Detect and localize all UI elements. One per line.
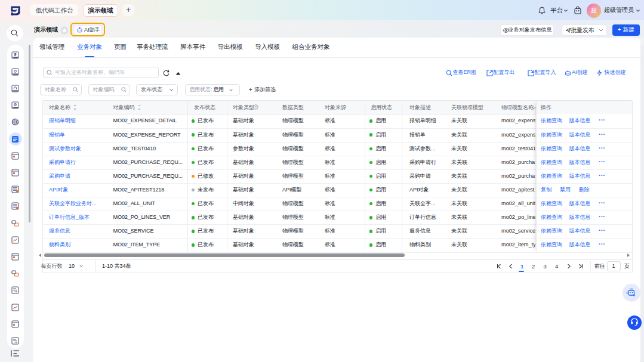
- svg-text:?: ?: [255, 106, 257, 109]
